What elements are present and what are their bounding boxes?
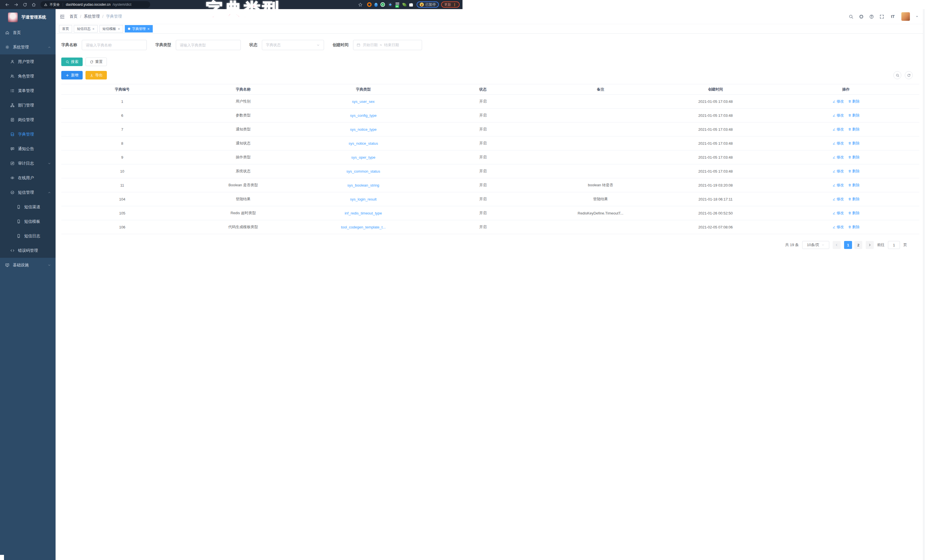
tab-dict-management[interactable]: 字典管理× — [125, 25, 153, 33]
close-tab-icon[interactable]: × — [118, 27, 120, 31]
sidebar-item-user-management[interactable]: 用户管理 — [0, 54, 56, 69]
status-cell: 开启 — [423, 151, 462, 164]
extension-diamond-icon[interactable] — [388, 2, 392, 7]
sidebar-item-sms-template[interactable]: 短信模板 — [0, 214, 56, 229]
table-row: 10系统状态sys_common_status开启2021-01-05 17:0… — [61, 164, 462, 178]
status-cell: 开启 — [423, 122, 462, 137]
close-tab-icon[interactable]: × — [147, 27, 150, 31]
sidebar-item-role-management[interactable]: 角色管理 — [0, 69, 56, 83]
dict-type-link[interactable]: sys_boolean_string — [347, 183, 379, 187]
sidebar-item-sms-channel[interactable]: 短信渠道 — [0, 200, 56, 214]
export-button[interactable]: 导出 — [86, 71, 107, 80]
dict-type-link[interactable]: sys_notice_status — [348, 141, 378, 146]
address-bar[interactable]: 不安全 dashboard.yudao.iocoder.cn /system/d… — [41, 1, 150, 8]
add-button[interactable]: 新增 — [61, 71, 83, 80]
sidebar-item-label: 系统管理 — [13, 45, 29, 50]
dict-type-input[interactable] — [176, 40, 241, 50]
dict-table: 字典编号字典名称字典类型状态备注创建时间操作 1用户性别sys_user_sex… — [61, 84, 462, 234]
create-time-label: 创建时间 — [333, 42, 353, 48]
dict-type-link[interactable]: sys_login_result — [350, 197, 377, 202]
dict-id-cell: 11 — [61, 178, 183, 192]
sidebar-item-sms-management[interactable]: 短信管理 — [0, 185, 56, 200]
sidebar-item-system-management[interactable]: 系统管理 — [0, 40, 56, 54]
tab-label: 短信日志 — [77, 27, 90, 31]
sidebar-item-notice[interactable]: 通知公告 — [0, 142, 56, 156]
sidebar-item-label: 审计日志 — [18, 161, 34, 166]
tab-home[interactable]: 首页 — [59, 25, 72, 33]
menu-list-icon — [10, 89, 15, 93]
sidebar-item-label: 用户管理 — [18, 59, 34, 65]
breadcrumb-separator: / — [80, 14, 81, 19]
sidebar-item-online-users[interactable]: 在线用户 — [0, 171, 56, 185]
extensions-puzzle-icon[interactable] — [409, 3, 413, 6]
sidebar-item-home[interactable]: 首页 — [0, 26, 56, 40]
dict-type-link[interactable]: sys_user_sex — [352, 99, 374, 104]
sidebar-item-error-code[interactable]: 错误码管理 — [0, 243, 56, 258]
extension-list-icon[interactable]: on — [395, 2, 400, 7]
extension-target-icon[interactable] — [367, 2, 372, 7]
column-header: 字典名称 — [183, 84, 303, 95]
browser-update-button[interactable]: 更新 ⋮ — [441, 2, 459, 8]
sidebar-item-dept-management[interactable]: 部门管理 — [0, 98, 56, 113]
paused-extension-badge[interactable]: 已暂停 — [417, 2, 439, 8]
dict-type-link[interactable]: sys_oper_type — [351, 155, 375, 160]
sidebar-item-dict-management[interactable]: 字典管理 — [0, 127, 56, 142]
dict-type-cell: sys_common_status — [303, 164, 423, 178]
browser-menu-kebab-icon[interactable]: ⋮ — [453, 3, 456, 7]
column-header: 字典类型 — [303, 84, 423, 95]
dict-type-link[interactable]: sys_common_status — [346, 169, 380, 173]
breadcrumb-item[interactable]: 系统管理 — [84, 14, 100, 19]
dict-type-cell: sys_notice_status — [303, 137, 423, 151]
sidebar-item-infrastructure[interactable]: 基础设施 — [0, 258, 56, 272]
dictionary-icon — [10, 132, 15, 137]
sidebar-item-audit-log[interactable]: 审计日志 — [0, 156, 56, 171]
sidebar-item-sms-log[interactable]: 短信日志 — [0, 229, 56, 243]
status-cell: 开启 — [423, 192, 462, 206]
sidebar-item-label: 短信日志 — [24, 233, 40, 239]
extension-leaf-icon[interactable] — [402, 3, 407, 7]
dict-name-cell: 用户性别 — [183, 95, 303, 108]
announcement-icon — [10, 147, 15, 151]
org-tree-icon — [10, 103, 15, 107]
start-date-placeholder: 开始日期 — [363, 42, 378, 48]
dict-type-link[interactable]: inf_redis_timeout_type — [345, 211, 382, 215]
chevron-down-icon — [48, 263, 51, 267]
tab-sms-template[interactable]: 短信模板× — [99, 25, 124, 33]
sidebar-item-post-management[interactable]: 岗位管理 — [0, 113, 56, 127]
breadcrumb-item[interactable]: 首页 — [69, 14, 77, 19]
browser-forward-icon[interactable] — [14, 2, 18, 7]
download-icon — [90, 74, 93, 77]
tab-label: 短信模板 — [102, 27, 116, 31]
collapse-sidebar-icon[interactable] — [60, 14, 65, 20]
extension-z-icon[interactable]: Z — [380, 2, 385, 7]
sidebar-item-menu-management[interactable]: 菜单管理 — [0, 83, 56, 98]
app-logo[interactable]: 芋道管理系统 — [0, 9, 56, 26]
sms-shield-icon — [10, 190, 15, 194]
sidebar-item-label: 在线用户 — [18, 175, 34, 181]
phone-icon — [17, 234, 21, 238]
extension-lamp-icon[interactable] — [374, 3, 378, 7]
monitor-icon — [5, 263, 9, 267]
column-header: 字典编号 — [61, 84, 183, 95]
browser-reload-icon[interactable] — [23, 2, 27, 7]
date-range-picker[interactable]: 开始日期 ~ 结束日期 — [353, 40, 422, 50]
dict-type-link[interactable]: tool_codegen_template_t... — [341, 225, 386, 229]
dict-type-cell: sys_login_result — [303, 192, 423, 206]
dict-type-cell: sys_notice_type — [303, 122, 423, 137]
close-tab-icon[interactable]: × — [92, 27, 95, 31]
sidebar-item-label: 首页 — [13, 30, 21, 35]
bookmark-star-icon[interactable] — [358, 2, 363, 7]
status-select-placeholder: 字典状态 — [266, 42, 316, 48]
browser-back-icon[interactable] — [5, 2, 10, 7]
search-button[interactable]: 搜索 — [61, 57, 83, 66]
dict-id-cell: 7 — [61, 122, 183, 137]
dict-type-link[interactable]: sys_notice_type — [350, 127, 377, 132]
tab-sms-log[interactable]: 短信日志× — [74, 25, 98, 33]
dict-id-cell: 8 — [61, 137, 183, 151]
dict-type-link[interactable]: sys_config_type — [350, 113, 377, 117]
reset-button[interactable]: 重置 — [86, 57, 107, 66]
dict-name-input[interactable] — [82, 40, 147, 50]
status-select[interactable]: 字典状态 — [262, 40, 324, 50]
status-cell: 开启 — [423, 178, 462, 192]
browser-home-icon[interactable] — [31, 2, 36, 7]
